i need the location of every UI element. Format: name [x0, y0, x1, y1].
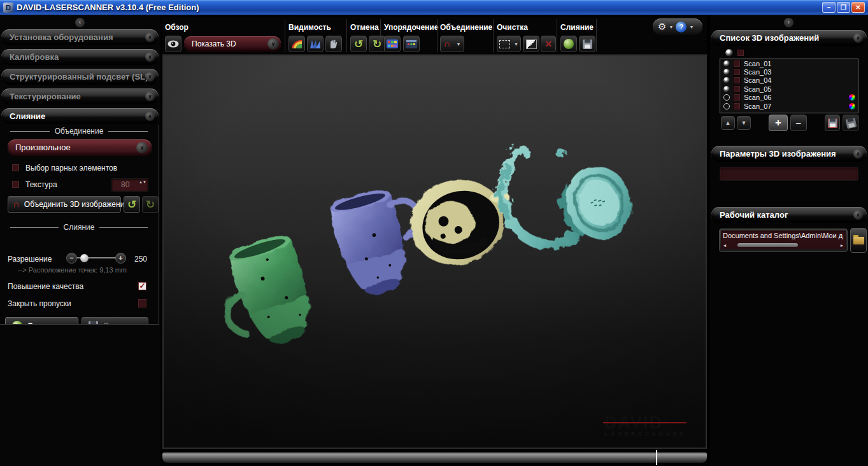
visibility-eye-off-icon[interactable]	[723, 94, 730, 101]
help-dropdown-arrow-icon[interactable]: ▼	[689, 25, 694, 29]
dropdown-arrow-icon[interactable]: ▼	[514, 42, 518, 46]
section-header-scan-parameters[interactable]: Параметры 3D изображения ∧	[711, 146, 867, 162]
scroll-left-icon[interactable]: ◄	[721, 243, 729, 248]
scan-list[interactable]: Scan_01 Scan_03 Scan_04 Scan_05 Scan_06	[720, 59, 858, 113]
chevron-down-icon[interactable]: ∨	[145, 32, 155, 42]
scan-checkbox[interactable]	[733, 68, 741, 76]
undo-alignment-button[interactable]: ↺	[124, 196, 140, 213]
resolution-decrease-button[interactable]: −	[66, 253, 77, 264]
collapse-left-panel-icon[interactable]: ‹	[75, 18, 85, 27]
restore-button[interactable]: ❐	[837, 2, 850, 13]
texture-checkbox[interactable]	[11, 180, 20, 188]
redo-alignment-button[interactable]: ↻	[142, 196, 159, 213]
scan-parameters-field[interactable]	[720, 167, 858, 181]
visibility-eye-icon[interactable]	[723, 77, 730, 83]
scan-list-row[interactable]: Scan_04	[720, 76, 858, 85]
selection-tool-button[interactable]: ▼	[497, 36, 521, 52]
chevron-down-icon[interactable]: ∨	[145, 52, 155, 62]
show-texture-button[interactable]	[325, 36, 342, 52]
visibility-eye-icon[interactable]	[723, 69, 730, 75]
close-holes-checkbox[interactable]	[138, 299, 147, 308]
bottom-progress-bar[interactable]	[162, 452, 707, 463]
close-button[interactable]: ✕	[851, 2, 865, 13]
save-fusion-button[interactable]: Сохранить	[82, 317, 148, 325]
resolution-slider-track[interactable]	[71, 257, 121, 258]
chevron-down-icon[interactable]: ∨	[136, 142, 148, 153]
chevron-up-icon[interactable]: ∧	[853, 149, 863, 159]
progress-tick-marker[interactable]	[656, 450, 657, 465]
working-directory-field[interactable]: Documents and Settings\Admin\Мои д ◄ ►	[721, 230, 846, 249]
section-header-structured-light[interactable]: Структурированный подсвет (SL) ∨	[1, 69, 159, 85]
chevron-up-icon[interactable]: ∧	[145, 111, 155, 121]
undo-icon: ↺	[354, 38, 363, 51]
scroll-right-icon[interactable]: ►	[838, 243, 846, 248]
section-header-calibration[interactable]: Калибровка ∨	[1, 49, 159, 65]
visibility-eye-icon[interactable]	[723, 86, 730, 92]
align-scans-button[interactable]: ∩ Объединить 3D изображения	[8, 196, 121, 213]
invert-selection-button[interactable]	[523, 36, 539, 52]
alignment-mode-dropdown[interactable]: Произвольное ∨	[8, 139, 152, 156]
section-header-texturing[interactable]: Текстурирование ∨	[1, 88, 159, 104]
section-header-scan-list[interactable]: Список 3D изображений ∧	[711, 30, 867, 46]
visibility-eye-off-icon[interactable]	[723, 103, 730, 109]
viewport-vignette	[164, 55, 706, 448]
quality-checkbox[interactable]: ✓	[138, 281, 147, 291]
chevron-down-icon[interactable]: ∨	[145, 92, 155, 101]
pairwise-selection-checkbox[interactable]	[11, 164, 20, 172]
working-directory-scrollbar[interactable]: ◄ ►	[721, 241, 846, 249]
save-all-scans-button[interactable]	[843, 115, 859, 131]
texture-value-field[interactable]: 80 ▲▼	[111, 178, 148, 192]
add-scan-button[interactable]: +	[769, 115, 788, 131]
scan-checkbox[interactable]	[733, 60, 741, 67]
save-icon	[828, 118, 837, 128]
redo-button[interactable]: ↻	[369, 36, 385, 52]
show-hide-eye-button[interactable]	[165, 36, 181, 52]
scan-checkbox[interactable]	[733, 102, 741, 110]
help-icon[interactable]: ?	[676, 22, 687, 32]
resolution-slider-handle[interactable]	[80, 254, 89, 262]
align-magnet-button[interactable]: ∩ ▼	[440, 36, 464, 52]
show-wireframe-button[interactable]	[307, 36, 324, 52]
section-header-hardware-setup[interactable]: Установка оборудования ∨	[1, 29, 159, 45]
viewport-3d[interactable]: DAVID® LASERSCANNER	[162, 54, 707, 449]
scan-list-row[interactable]: Scan_06	[720, 94, 858, 102]
arrange-window-button[interactable]	[403, 36, 420, 52]
chevron-down-icon[interactable]: ∨	[267, 38, 279, 50]
section-header-fusion[interactable]: Слияние ∧	[1, 108, 159, 124]
scan-list-row[interactable]: Scan_05	[720, 85, 858, 93]
chevron-up-icon[interactable]: ∧	[853, 33, 863, 43]
save-scan-button[interactable]	[825, 115, 840, 131]
delete-selection-button[interactable]: ✕	[541, 36, 556, 52]
dropdown-arrow-icon[interactable]: ▼	[457, 42, 461, 46]
remove-scan-button[interactable]: −	[790, 115, 807, 131]
fuse-button[interactable]: Соединить	[5, 317, 78, 325]
minimize-button[interactable]: –	[822, 2, 836, 13]
scan-list-row[interactable]: Scan_07	[720, 102, 858, 110]
undo-button[interactable]: ↺	[350, 36, 367, 52]
view-mode-dropdown[interactable]: Показать 3D изображения ∨	[184, 36, 281, 52]
chevron-down-icon[interactable]: ∨	[145, 72, 155, 81]
gear-icon[interactable]: ⚙	[658, 21, 666, 32]
save-toolbar-button[interactable]	[579, 36, 595, 52]
master-scan-checkbox[interactable]	[737, 49, 744, 57]
collapse-right-panel-icon[interactable]: ›	[784, 18, 793, 27]
scrollbar-thumb[interactable]	[737, 243, 798, 247]
section-header-working-directory[interactable]: Рабочий каталог ∧	[711, 207, 867, 223]
resolution-increase-button[interactable]: +	[115, 253, 126, 264]
arrange-grid-button[interactable]	[384, 36, 401, 52]
scan-list-row[interactable]: Scan_01	[720, 59, 858, 67]
fuse-toolbar-button[interactable]	[560, 36, 577, 52]
browse-folder-button[interactable]	[850, 228, 867, 253]
visibility-eye-icon[interactable]	[723, 60, 730, 67]
settings-dropdown-arrow-icon[interactable]: ▼	[669, 25, 673, 29]
master-visibility-eye-icon[interactable]	[725, 49, 733, 57]
chevron-up-icon[interactable]: ∧	[853, 210, 863, 220]
scan-checkbox[interactable]	[733, 85, 741, 93]
scan-checkbox[interactable]	[733, 94, 741, 101]
show-normals-button[interactable]	[288, 36, 305, 52]
scan-checkbox[interactable]	[733, 76, 741, 84]
spinner-arrows-icon[interactable]: ▲▼	[139, 180, 146, 185]
move-scan-down-button[interactable]: ▼	[737, 116, 751, 130]
move-scan-up-button[interactable]: ▲	[721, 116, 735, 130]
scan-list-row[interactable]: Scan_03	[720, 67, 858, 76]
